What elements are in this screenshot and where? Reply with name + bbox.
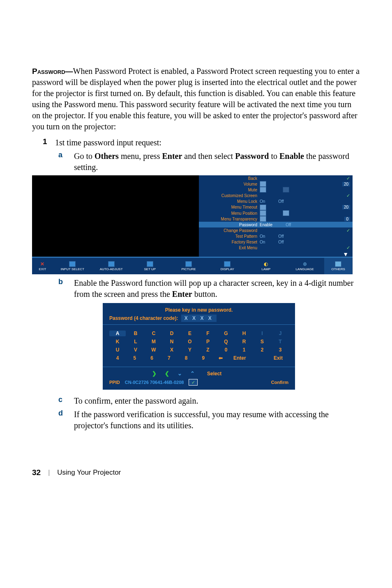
osd-password-entry: Please key in new password. Password (4 … bbox=[103, 303, 295, 390]
arrow-up-icon: ⌃ bbox=[190, 370, 195, 377]
ppid-label: PPID bbox=[109, 380, 120, 385]
menu-item-password-selected: PasswordEnableOff bbox=[199, 222, 353, 227]
osd-menu-panel: Back✓ Volume20 Mute Customized Screen✓ M… bbox=[199, 175, 353, 257]
substep-a: a Go to Others menu, press Enter and the… bbox=[58, 151, 360, 173]
substep-letter: b bbox=[58, 278, 74, 300]
substep-d-text: If the password verification is successf… bbox=[74, 409, 360, 431]
footer-lamp: ◐LAMP bbox=[247, 258, 286, 274]
ppid-row: PPID CN-0C2726 70641-46B-0208 ✓ Confirm bbox=[103, 377, 295, 386]
substep-letter: c bbox=[58, 395, 74, 407]
step-number: 1 bbox=[43, 137, 55, 148]
substep-d: d If the password verification is succes… bbox=[58, 409, 360, 431]
password-prompt-title: Please key in new password. bbox=[103, 306, 295, 314]
arrow-left-icon: ❮ bbox=[165, 370, 169, 377]
substep-a-text: Go to Others menu, press Enter and then … bbox=[74, 151, 360, 173]
osd-footer-tabs: ✕EXIT INPUT SELECT AUTO-ADJUST SET UP PI… bbox=[32, 258, 353, 274]
confirm-check-icon: ✓ bbox=[189, 379, 198, 386]
key-exit: Exit bbox=[268, 355, 288, 361]
display-icon bbox=[224, 261, 231, 267]
check-icon: ✓ bbox=[346, 228, 350, 233]
step-1: 1 1st time password input request: bbox=[43, 137, 360, 148]
close-icon: ✕ bbox=[39, 261, 46, 267]
footer-input-select: INPUT SELECT bbox=[53, 258, 92, 274]
character-grid: A B C D E F G H I J K L M N O P Q R S bbox=[103, 324, 295, 367]
confirm-label: Confirm bbox=[271, 380, 288, 385]
password-heading: Password— bbox=[32, 67, 73, 76]
arrow-down-icon: ⌄ bbox=[178, 370, 182, 377]
position-icon bbox=[260, 210, 266, 216]
footer-others-selected: OTHERS bbox=[324, 258, 353, 274]
input-select-icon bbox=[69, 261, 76, 267]
footer-picture: PICTURE bbox=[169, 258, 208, 274]
footer-auto-adjust: AUTO-ADJUST bbox=[92, 258, 131, 274]
footer-separator: | bbox=[48, 469, 50, 476]
footer-display: DISPLAY bbox=[208, 258, 247, 274]
footer-language: ⊕LANGUAGE bbox=[286, 258, 324, 274]
lamp-icon: ◐ bbox=[263, 261, 269, 267]
transparency-icon bbox=[260, 216, 266, 222]
intro-paragraph: Password—When Password Protect is enable… bbox=[32, 66, 360, 132]
step-text: 1st time password input request: bbox=[55, 137, 161, 148]
key-a: A bbox=[109, 331, 126, 336]
footer-exit: ✕EXIT bbox=[32, 258, 53, 274]
substep-letter: d bbox=[58, 409, 74, 431]
substep-letter: a bbox=[58, 151, 74, 173]
timeout-icon bbox=[260, 204, 266, 210]
auto-adjust-icon bbox=[108, 261, 115, 267]
mute-on-icon bbox=[260, 187, 266, 193]
select-label: Select bbox=[207, 371, 221, 377]
check-icon: ✓ bbox=[346, 245, 350, 250]
volume-icon bbox=[260, 181, 266, 187]
others-icon bbox=[335, 261, 341, 267]
substep-b-text: Enable the Password function will pop up… bbox=[74, 278, 360, 300]
nav-arrows-row: ❯ ❮ ⌄ ⌃ Select bbox=[103, 367, 295, 377]
mute-off-icon bbox=[283, 187, 289, 193]
password-mask: X X X X bbox=[181, 315, 217, 322]
language-icon: ⊕ bbox=[302, 261, 308, 267]
picture-icon bbox=[185, 261, 192, 267]
key-enter: Enter bbox=[229, 355, 250, 361]
scroll-down-icon: ▼ bbox=[343, 251, 353, 257]
substep-c-text: To confirm, enter the password again. bbox=[74, 395, 198, 407]
page-number: 32 bbox=[32, 468, 41, 477]
password-code-label: Password (4 character code): X X X X bbox=[103, 314, 295, 324]
arrow-right-icon: ❯ bbox=[152, 370, 157, 377]
check-icon: ✓ bbox=[346, 193, 350, 198]
backspace-icon: ⬅ bbox=[212, 355, 229, 361]
position-icon-2 bbox=[283, 210, 289, 216]
substep-c: c To confirm, enter the password again. bbox=[58, 395, 360, 407]
set米-icon bbox=[147, 261, 153, 267]
footer-section: Using Your Projector bbox=[57, 469, 121, 477]
page-footer: 32 | Using Your Projector bbox=[32, 468, 360, 477]
osd-others-menu: Back✓ Volume20 Mute Customized Screen✓ M… bbox=[32, 175, 353, 274]
intro-text: When Password Protect is enabled, a Pass… bbox=[32, 67, 360, 131]
footer-set-up: SET UP bbox=[131, 258, 169, 274]
ppid-value: CN-0C2726 70641-46B-0208 bbox=[125, 380, 184, 385]
check-icon: ✓ bbox=[346, 176, 350, 181]
substep-b: b Enable the Password function will pop … bbox=[58, 278, 360, 300]
